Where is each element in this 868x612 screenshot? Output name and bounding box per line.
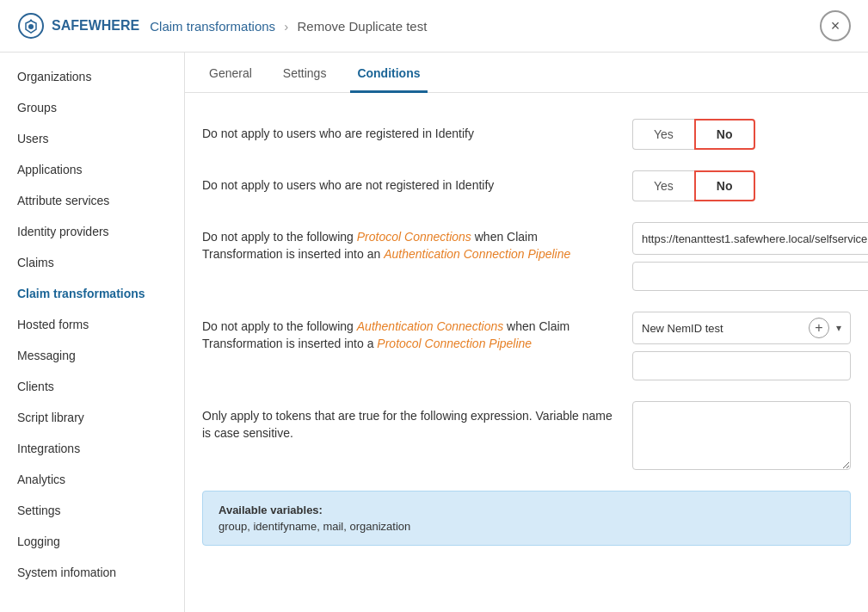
no-button-registered[interactable]: No — [694, 119, 755, 150]
header-left: SAFEWHERE Claim transformations › Remove… — [17, 12, 427, 40]
form-row-auth-connections: Do not apply to the following Authentica… — [202, 312, 851, 380]
yes-button-not-registered[interactable]: Yes — [632, 170, 694, 201]
form-label-protocol: Do not apply to the following Protocol C… — [202, 222, 615, 263]
add-icon-auth: + — [815, 320, 822, 336]
breadcrumb-link[interactable]: Claim transformations — [150, 19, 275, 34]
breadcrumb-separator: › — [284, 19, 288, 34]
sidebar-item-groups[interactable]: Groups — [0, 92, 184, 123]
breadcrumb-current: Remove Duplicate test — [297, 19, 427, 34]
main-content: General Settings Conditions Do not apply… — [185, 53, 868, 612]
variables-box: Available variables: group, identifyname… — [202, 491, 851, 546]
protocol-empty-input[interactable] — [632, 262, 868, 291]
protocol-dropdown-area: https://tenanttest1.safewhere.local/self… — [632, 222, 868, 291]
sidebar-item-logging[interactable]: Logging — [0, 526, 184, 557]
auth-dropdown-arrow[interactable]: ▾ — [836, 322, 841, 334]
layout: Organizations Groups Users Applications … — [0, 53, 868, 612]
auth-add-button[interactable]: + — [809, 318, 829, 338]
sidebar-item-clients[interactable]: Clients — [0, 371, 184, 402]
logo: SAFEWHERE — [17, 12, 139, 40]
no-button-not-registered[interactable]: No — [694, 170, 755, 201]
tab-conditions[interactable]: Conditions — [350, 53, 427, 93]
auth-empty-input[interactable] — [632, 351, 851, 380]
tab-settings[interactable]: Settings — [276, 53, 334, 93]
protocol-dropdown-value: https://tenanttest1.safewhere.local/self… — [642, 232, 867, 245]
header: SAFEWHERE Claim transformations › Remove… — [0, 0, 868, 53]
auth-dropdown-value: New NemID test — [642, 322, 802, 335]
form-row-expression: Only apply to tokens that are true for t… — [202, 401, 851, 470]
auth-dropdown[interactable]: New NemID test + ▾ — [632, 312, 851, 344]
close-icon: × — [831, 17, 840, 35]
form-label-registered: Do not apply to users who are registered… — [202, 119, 615, 143]
breadcrumb: Claim transformations › Remove Duplicate… — [150, 19, 427, 34]
variables-label: Available variables: — [219, 504, 834, 516]
label-prefix-3: Do not apply to the following — [202, 230, 357, 244]
logo-text: SAFEWHERE — [52, 18, 139, 34]
variables-values: group, identifyname, mail, organization — [219, 520, 834, 533]
sidebar-item-claims[interactable]: Claims — [0, 247, 184, 278]
label-highlight-protocol: Protocol Connections — [357, 230, 471, 244]
close-button[interactable]: × — [820, 10, 851, 41]
sidebar: Organizations Groups Users Applications … — [0, 53, 185, 612]
sidebar-item-attribute-services[interactable]: Attribute services — [0, 185, 184, 216]
sidebar-item-integrations[interactable]: Integrations — [0, 433, 184, 464]
expression-textarea[interactable] — [632, 401, 851, 470]
sidebar-item-applications[interactable]: Applications — [0, 154, 184, 185]
sidebar-item-hosted-forms[interactable]: Hosted forms — [0, 309, 184, 340]
sidebar-item-messaging[interactable]: Messaging — [0, 340, 184, 371]
tab-general[interactable]: General — [202, 53, 259, 93]
logo-icon — [17, 12, 45, 40]
svg-point-1 — [28, 24, 34, 29]
label-prefix-4: Do not apply to the following — [202, 319, 357, 333]
auth-dropdown-area: New NemID test + ▾ — [632, 312, 851, 380]
content-area: Do not apply to users who are registered… — [185, 93, 868, 580]
sidebar-item-settings[interactable]: Settings — [0, 495, 184, 526]
form-row-protocol-connections: Do not apply to the following Protocol C… — [202, 222, 851, 291]
label-highlight-auth: Authentication Connections — [357, 319, 503, 333]
expression-area-wrapper — [632, 401, 851, 470]
yes-no-not-registered: Yes No — [632, 170, 755, 201]
protocol-dropdown[interactable]: https://tenanttest1.safewhere.local/self… — [632, 222, 868, 255]
sidebar-item-organizations[interactable]: Organizations — [0, 61, 184, 92]
sidebar-item-claim-transformations[interactable]: Claim transformations — [0, 278, 184, 309]
sidebar-item-analytics[interactable]: Analytics — [0, 464, 184, 495]
tabs: General Settings Conditions — [185, 53, 868, 93]
yes-no-registered: Yes No — [632, 119, 755, 150]
sidebar-item-system-information[interactable]: System infomation — [0, 557, 184, 588]
form-row-not-registered: Do not apply to users who are not regist… — [202, 170, 851, 201]
sidebar-item-script-library[interactable]: Script library — [0, 402, 184, 433]
yes-button-registered[interactable]: Yes — [632, 119, 694, 150]
sidebar-item-identity-providers[interactable]: Identity providers — [0, 216, 184, 247]
sidebar-item-users[interactable]: Users — [0, 123, 184, 154]
form-label-auth: Do not apply to the following Authentica… — [202, 312, 615, 352]
form-row-registered: Do not apply to users who are registered… — [202, 119, 851, 150]
form-label-not-registered: Do not apply to users who are not regist… — [202, 170, 615, 195]
label-highlight-auth-pipeline: Authentication Connection Pipeline — [384, 247, 570, 261]
label-highlight-proto-pipeline: Protocol Connection Pipeline — [377, 337, 532, 350]
form-label-expression: Only apply to tokens that are true for t… — [202, 401, 615, 442]
